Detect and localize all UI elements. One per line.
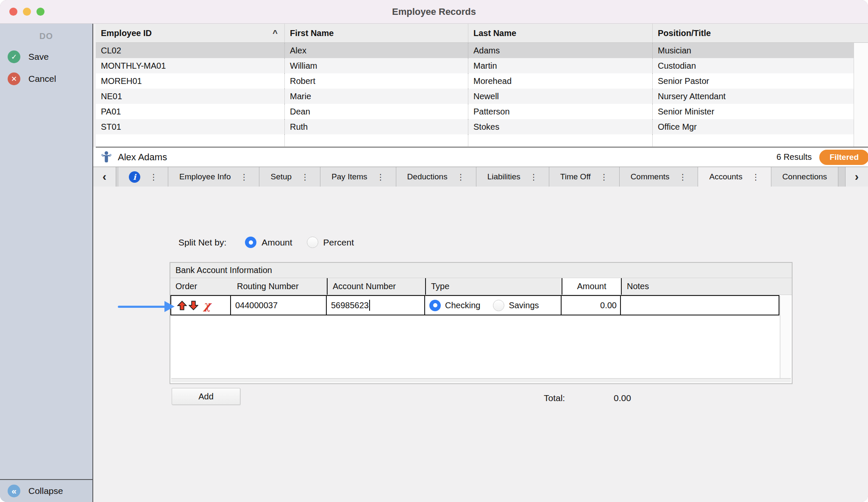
bank-column-header-type[interactable]: Type bbox=[426, 278, 562, 295]
radio-split-amount[interactable]: Amount bbox=[245, 237, 292, 248]
tabs-scroll-right-button[interactable]: › bbox=[845, 167, 868, 187]
account-type-cell: CheckingSavings bbox=[425, 296, 562, 315]
notes-field[interactable] bbox=[621, 296, 779, 315]
sidebar-section-label: DO bbox=[0, 24, 92, 41]
employee-row-empty bbox=[96, 134, 868, 146]
employee-cell bbox=[468, 134, 653, 146]
employee-row[interactable]: CL02AlexAdamsMusician bbox=[96, 43, 868, 58]
bank-table-hscrollbar[interactable] bbox=[171, 378, 791, 382]
move-down-icon[interactable] bbox=[189, 301, 198, 310]
check-icon: ✓ bbox=[8, 50, 20, 63]
double-chevron-left-icon: « bbox=[8, 485, 20, 497]
tab-setup[interactable]: Setup⋮ bbox=[259, 167, 320, 187]
tab-label: Employee Info bbox=[179, 172, 231, 181]
column-header-employee-id[interactable]: Employee ID^ bbox=[96, 24, 285, 42]
column-header-position-title[interactable]: Position/Title bbox=[653, 24, 849, 42]
radio-type-savings[interactable]: Savings bbox=[493, 300, 539, 311]
employee-cell: MOREH01 bbox=[96, 73, 285, 89]
employee-table-scrollbar[interactable] bbox=[854, 43, 868, 147]
radio-split-percent[interactable]: Percent bbox=[307, 237, 354, 248]
close-window-button[interactable] bbox=[9, 8, 17, 16]
save-button[interactable]: ✓ Save bbox=[0, 50, 92, 63]
employee-cell: MONTHLY-MA01 bbox=[96, 58, 285, 73]
titlebar: Employee Records bbox=[0, 0, 868, 24]
minimize-window-button[interactable] bbox=[23, 8, 31, 16]
annotation-arrow-icon bbox=[118, 301, 175, 312]
tab-accounts[interactable]: Accounts⋮ bbox=[698, 167, 771, 187]
bank-account-row: χ 044000037 56985623 CheckingSavings 0.0… bbox=[170, 295, 779, 315]
tab-label: Time Off bbox=[560, 172, 591, 181]
add-account-button[interactable]: Add bbox=[172, 388, 240, 405]
tab-label: Liabilities bbox=[487, 172, 520, 181]
selected-employee-name: Alex Adams bbox=[118, 152, 167, 163]
collapse-button[interactable]: « Collapse bbox=[0, 479, 92, 502]
tab-label: Deductions bbox=[407, 172, 448, 181]
sidebar: DO ✓ Save ✕ Cancel « Collapse bbox=[0, 24, 93, 502]
tab-menu-icon[interactable]: ⋮ bbox=[150, 172, 158, 182]
tab-time-off[interactable]: Time Off⋮ bbox=[549, 167, 620, 187]
employee-cell: Martin bbox=[468, 58, 653, 73]
employee-cell: Senior Minister bbox=[653, 104, 849, 119]
radio-icon bbox=[245, 237, 256, 248]
split-net-by-row: Split Net by: AmountPercent bbox=[178, 237, 354, 248]
tab-connections[interactable]: Connections bbox=[771, 167, 839, 187]
employee-row[interactable]: ST01RuthStokesOffice Mgr bbox=[96, 119, 868, 134]
tab-info[interactable]: i⋮ bbox=[119, 167, 168, 187]
tab-menu-icon[interactable]: ⋮ bbox=[240, 172, 248, 182]
radio-icon bbox=[493, 300, 504, 311]
column-header-first-name[interactable]: First Name bbox=[285, 24, 468, 42]
employee-cell: ST01 bbox=[96, 119, 285, 134]
tab-deductions[interactable]: Deductions⋮ bbox=[396, 167, 476, 187]
employee-cell: PA01 bbox=[96, 104, 285, 119]
filtered-badge[interactable]: Filtered bbox=[819, 150, 868, 165]
tab-liabilities[interactable]: Liabilities⋮ bbox=[476, 167, 549, 187]
radio-type-checking[interactable]: Checking bbox=[429, 300, 480, 311]
tab-label: Pay Items bbox=[331, 172, 367, 181]
routing-number-field[interactable]: 044000037 bbox=[231, 296, 327, 315]
amount-field[interactable]: 0.00 bbox=[562, 296, 621, 315]
save-label: Save bbox=[28, 52, 49, 62]
delete-row-icon[interactable]: χ bbox=[203, 300, 211, 311]
bank-column-header-notes[interactable]: Notes bbox=[622, 278, 779, 295]
tab-menu-icon[interactable]: ⋮ bbox=[301, 172, 309, 182]
move-up-icon[interactable] bbox=[177, 301, 187, 310]
results-count: 6 Results bbox=[776, 152, 812, 162]
bank-column-header-account-number[interactable]: Account Number bbox=[328, 278, 426, 295]
employee-row[interactable]: PA01DeanPattersonSenior Minister bbox=[96, 104, 868, 119]
cancel-button[interactable]: ✕ Cancel bbox=[0, 73, 92, 85]
employee-cell bbox=[653, 134, 849, 146]
amount-value: 0.00 bbox=[600, 301, 617, 310]
column-header-last-name[interactable]: Last Name bbox=[468, 24, 653, 42]
tab-comments[interactable]: Comments⋮ bbox=[620, 167, 698, 187]
bank-column-header-routing-number[interactable]: Routing Number bbox=[232, 278, 328, 295]
bank-column-header-amount[interactable]: Amount bbox=[562, 278, 622, 295]
employee-row[interactable]: NE01MarieNewellNursery Attendant bbox=[96, 89, 868, 104]
column-header-label: Last Name bbox=[473, 28, 516, 38]
zoom-window-button[interactable] bbox=[36, 8, 45, 16]
employee-row[interactable]: MONTHLY-MA01WilliamMartinCustodian bbox=[96, 58, 868, 73]
split-net-by-label: Split Net by: bbox=[178, 237, 226, 248]
tabs-scroll-left-button[interactable]: ‹ bbox=[93, 167, 116, 187]
app-window: Employee Records DO ✓ Save ✕ Cancel « Co… bbox=[0, 0, 868, 502]
employee-cell: Office Mgr bbox=[653, 119, 849, 134]
employee-row[interactable]: MOREH01RobertMoreheadSenior Pastor bbox=[96, 73, 868, 89]
account-number-field[interactable]: 56985623 bbox=[327, 296, 425, 315]
employee-cell: Musician bbox=[653, 43, 849, 58]
tab-menu-icon[interactable]: ⋮ bbox=[457, 172, 465, 182]
radio-icon bbox=[429, 300, 441, 311]
tab-menu-icon[interactable]: ⋮ bbox=[600, 172, 608, 182]
tab-menu-icon[interactable]: ⋮ bbox=[752, 172, 760, 182]
employee-table-header: Employee ID^First NameLast NamePosition/… bbox=[96, 24, 868, 43]
tab-menu-icon[interactable]: ⋮ bbox=[679, 172, 687, 182]
employee-cell: William bbox=[285, 58, 468, 73]
bank-table-vscrollbar[interactable] bbox=[780, 296, 791, 378]
employee-cell: Adams bbox=[468, 43, 653, 58]
tab-employee-info[interactable]: Employee Info⋮ bbox=[168, 167, 259, 187]
tab-menu-icon[interactable]: ⋮ bbox=[377, 172, 385, 182]
tab-label: Accounts bbox=[709, 172, 742, 181]
tab-menu-icon[interactable]: ⋮ bbox=[530, 172, 538, 182]
tab-pay-items[interactable]: Pay Items⋮ bbox=[320, 167, 396, 187]
total-label: Total: bbox=[544, 393, 565, 403]
bank-column-header-order[interactable]: Order bbox=[170, 278, 232, 295]
routing-number-value: 044000037 bbox=[235, 301, 278, 310]
